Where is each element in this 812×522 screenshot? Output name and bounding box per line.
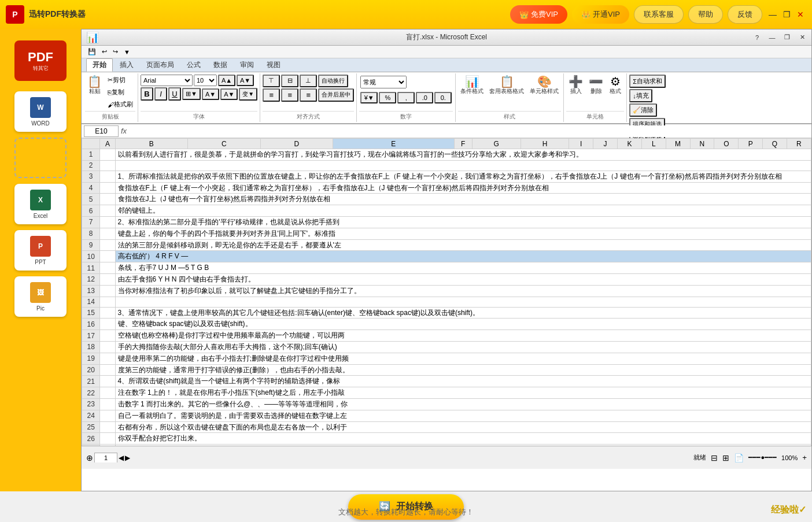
row-header[interactable]: 7 [82,216,100,228]
col-header-a[interactable]: A [100,139,115,149]
excel-minimize[interactable]: ? [750,32,764,43]
feedback-button[interactable]: 反馈 [728,5,762,24]
col-header-f[interactable]: F [454,139,472,149]
page-view-button[interactable]: ⊞ [722,453,729,462]
cell-content-row25[interactable]: 右都有分布，所以这个双击键在键盘下面的布局也是左右各放一个，以利于 [115,421,811,433]
qa-undo[interactable]: ↩ [100,47,109,56]
col-header-g[interactable]: G [472,139,521,149]
row-header[interactable]: 26 [82,433,100,445]
cell-content-row13[interactable]: 当你对标准指法有了初步印象以后，就可以了解键盘上其它键钮的手指分工了。 [115,285,811,297]
col-header-o[interactable]: O [714,139,739,149]
cell-a2[interactable] [100,160,115,171]
excel-restore[interactable]: ❐ [780,32,794,43]
row-header[interactable]: 24 [82,410,100,421]
cell-a20[interactable] [100,364,115,376]
cell-a13[interactable] [100,285,115,297]
align-left-button[interactable]: ≡ [263,88,280,102]
tab-start[interactable]: 开始 [86,58,113,72]
cell-a24[interactable] [100,410,115,421]
cell-a25[interactable] [100,421,115,433]
col-header-h[interactable]: H [521,139,569,149]
row-header[interactable]: 16 [82,319,100,330]
cell-content-row20[interactable]: 度第三的功能键，通常用于打字错误的修正(删除），也由右手的小指去敲。 [115,364,811,376]
sheet-container[interactable]: A B C D E F G H I J K L M N O [82,138,811,469]
normal-view-button[interactable]: ⊟ [711,453,718,462]
col-header-c[interactable]: C [188,139,261,149]
cell-a22[interactable] [100,387,115,399]
tab-review[interactable]: 审阅 [234,59,260,71]
scroll-sheets-right[interactable]: ▶ [125,454,130,462]
cell-a1[interactable] [100,149,115,161]
cell-content-row15[interactable]: 3、通常情况下，键盘上使用率较高的其它几个键钮还包括:回车确认(enter)键、… [115,307,811,319]
row-header[interactable]: 17 [82,330,100,342]
cell-content-row5[interactable]: 食指放在J上（J 键也有一个盲打坐标)然后将四指并列对齐分别放在相 [115,194,811,205]
zoom-slider[interactable]: ━━━●━━━ [748,454,777,461]
format-cell-button[interactable]: ⚙ 格式 [607,75,624,97]
tab-formula[interactable]: 公式 [181,59,206,71]
col-header-q[interactable]: Q [763,139,787,149]
row-header[interactable]: 11 [82,262,100,274]
col-header-l[interactable]: L [641,139,666,149]
cell-content-row12[interactable]: 由左手食指6 Y H N 四个键由右手食指去打。 [115,273,811,285]
excel-help[interactable]: — [765,32,779,43]
increase-font-button[interactable]: A▲ [218,75,235,86]
cell-a6[interactable] [100,205,115,217]
decrease-font-button[interactable]: A▼ [237,75,254,86]
cell-a21[interactable] [100,376,115,387]
minimize-button[interactable]: — [767,9,778,20]
cell-a5[interactable] [100,194,115,205]
align-right-button[interactable]: ≡ [300,88,317,102]
cell-content-row18[interactable]: 手的大拇指随你去敲(大部分人喜欢用右手大拇指，这个不限);回车(确认) [115,341,811,353]
col-header-p[interactable]: P [739,139,763,149]
sidebar-item-ppt[interactable]: P PPT [14,230,67,271]
restore-button[interactable]: ❐ [781,9,792,20]
col-header-m[interactable]: M [666,139,690,149]
bold-button[interactable]: B [141,87,153,101]
sidebar-item-word[interactable]: W WORD [14,91,67,132]
cell-content-row24[interactable]: 自己一看就明白了。需要说明的是，由于需要双击选择的键钮在数字键上左 [115,410,811,421]
copy-button[interactable]: ⎘复制 [105,87,135,98]
close-button[interactable]: ✕ [795,9,806,20]
decrease-decimal-button[interactable]: 0. [434,92,452,103]
sidebar-item-excel[interactable]: X Excel [14,184,67,224]
more-font-button[interactable]: 变▼ [239,88,257,101]
help-button[interactable]: 帮助 [688,5,723,24]
tab-page-layout[interactable]: 页面布局 [141,59,180,71]
cell-a16[interactable] [100,319,115,330]
table-format-button[interactable]: 📋 套用表格格式 [487,75,526,97]
cell-content-row23[interactable]: 击数字 1 而打出来的。其它的一些像什么@、、——等等等等道理相同，你 [115,398,811,410]
col-header-i[interactable]: I [569,139,593,149]
autosum-button[interactable]: Σ自动求和 [629,75,666,88]
free-vip-button[interactable]: 👑 免费VIP [510,5,567,24]
thousands-button[interactable]: , [397,92,415,103]
cell-a17[interactable] [100,330,115,342]
conditional-format-button[interactable]: 📊 条件格式 [458,75,486,97]
cell-a3[interactable] [100,171,115,182]
contact-button[interactable]: 联系客服 [634,5,684,24]
row-header[interactable]: 1 [82,149,100,161]
add-sheet-button[interactable]: ⊕ [86,453,93,462]
format-painter-button[interactable]: 🖌格式刷 [105,99,135,110]
col-header-e[interactable]: E [333,139,454,149]
cell-content-row11[interactable]: 条线，右手7 U J M —5 T G B [115,262,811,274]
increase-decimal-button[interactable]: .0 [416,92,433,103]
cell-a4[interactable] [100,182,115,194]
sidebar-item-pic[interactable]: 🖼 Pic [14,276,67,317]
percent-button[interactable]: % [379,92,396,103]
paste-button[interactable]: 📋 粘贴 [85,75,104,97]
sheet-tab-1[interactable]: 1 [94,453,117,462]
row-header[interactable]: 3 [82,171,100,182]
row-header[interactable]: 4 [82,182,100,194]
row-header[interactable]: 12 [82,273,100,285]
tab-view[interactable]: 视图 [261,59,286,71]
open-vip-button[interactable]: 👑 开通VIP [572,5,629,24]
tab-insert[interactable]: 插入 [114,59,139,71]
qa-redo[interactable]: ↪ [111,47,120,56]
cell-content-row3[interactable]: 1、所谓标准指法就是把你的双手依照下图的位置放在键盘上，即让你的左手食指放在F上… [115,171,811,182]
row-header[interactable]: 21 [82,376,100,387]
col-header-j[interactable]: J [593,139,618,149]
underline-button[interactable]: U [168,87,181,101]
row-header[interactable]: 15 [82,307,100,319]
qa-save[interactable]: 💾 [86,47,98,56]
cell-content-row6[interactable]: 邻的键钮上。 [115,205,811,217]
